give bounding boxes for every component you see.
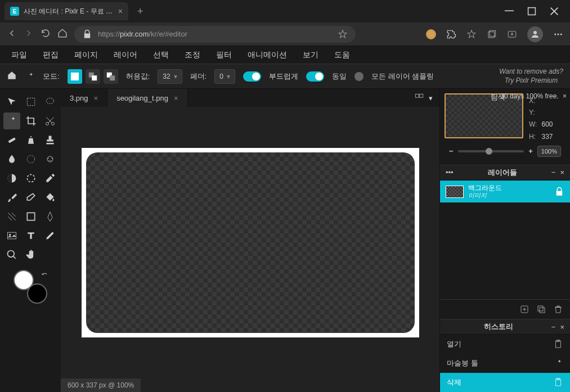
svg-point-30	[8, 251, 15, 258]
tool-sponge[interactable]	[23, 170, 39, 187]
menu-help[interactable]: 도움	[334, 50, 350, 60]
right-panels: 30 days 100% free. × 탐색 X: Y: W:600 H:33…	[439, 89, 570, 392]
tool-lasso[interactable]	[42, 93, 59, 110]
menu-select[interactable]: 선택	[153, 50, 169, 60]
tool-wand[interactable]	[3, 112, 20, 129]
tool-eraser[interactable]	[23, 189, 39, 206]
tool-cut[interactable]	[42, 112, 59, 129]
close-icon[interactable]: ×	[174, 94, 178, 102]
feather-input[interactable]: 0 ▾	[214, 69, 235, 84]
magic-wand-icon[interactable]	[25, 71, 35, 82]
layer-item[interactable]: 백그라운드 이미지	[440, 181, 570, 203]
tool-stamp[interactable]	[42, 132, 59, 148]
canvas-area[interactable]	[61, 107, 439, 379]
browser-tab[interactable]: E 사진 에디터 : Pixlr E - 무료 이미지 ×	[5, 2, 128, 20]
collections-icon[interactable]	[487, 29, 497, 39]
doc-tab-1[interactable]: 3.png ×	[61, 89, 107, 107]
tool-smudge[interactable]	[42, 151, 59, 168]
mode-add[interactable]	[86, 69, 100, 84]
tool-pen2[interactable]	[42, 227, 59, 244]
home-button[interactable]	[57, 28, 68, 40]
tool-hand[interactable]	[23, 246, 39, 263]
favorite-icon[interactable]	[338, 29, 348, 39]
tool-fill[interactable]	[42, 189, 59, 206]
zoom-out-button[interactable]: −	[449, 147, 454, 155]
extensions-icon[interactable]	[446, 29, 456, 39]
menu-layer[interactable]: 레이어	[114, 50, 137, 60]
close-window-button[interactable]	[550, 7, 559, 16]
minimize-panel-icon[interactable]: −	[551, 323, 556, 331]
close-icon[interactable]: ×	[94, 94, 98, 102]
menu-adjust[interactable]: 조정	[185, 50, 200, 60]
tool-eyedropper[interactable]	[42, 170, 59, 187]
menu-view[interactable]: 보기	[303, 50, 318, 60]
close-panel-icon[interactable]: ×	[560, 168, 564, 177]
tool-heal[interactable]	[3, 132, 20, 148]
menu-page[interactable]: 페이지	[74, 50, 98, 60]
trial-banner[interactable]: 30 days 100% free. ×	[500, 92, 567, 100]
tool-move[interactable]	[3, 93, 20, 110]
tool-crop[interactable]	[23, 112, 39, 129]
tool-pen[interactable]	[42, 208, 59, 225]
zoom-slider[interactable]	[458, 150, 524, 152]
canvas[interactable]	[82, 148, 419, 337]
home-icon[interactable]	[7, 70, 17, 82]
mode-new[interactable]	[68, 69, 82, 84]
profile-button[interactable]	[527, 26, 543, 42]
minimize-button[interactable]	[505, 7, 514, 16]
zoom-in-button[interactable]: +	[528, 147, 533, 155]
swap-colors-icon[interactable]: ⤺	[42, 270, 47, 278]
navigator-thumbnail[interactable]	[445, 93, 523, 138]
tool-frame[interactable]	[3, 227, 20, 244]
ads-banner[interactable]: Want to remove ads? Try Pixlr Premium	[499, 67, 563, 85]
favorites-bar-icon[interactable]	[466, 29, 477, 39]
mode-subtract[interactable]	[104, 69, 118, 84]
close-icon[interactable]: ×	[118, 7, 123, 16]
tool-zoom[interactable]	[3, 246, 20, 263]
history-item[interactable]: 삭제	[440, 373, 570, 392]
feather-label: 페더:	[190, 71, 207, 82]
reload-button[interactable]	[41, 28, 51, 40]
cookie-icon[interactable]	[426, 29, 436, 39]
foreground-color[interactable]	[14, 270, 34, 290]
close-icon[interactable]: ×	[563, 92, 567, 100]
same-toggle[interactable]	[306, 71, 324, 82]
back-button[interactable]	[7, 28, 17, 40]
url-input[interactable]: https://pixlr.com/kr/e/#editor	[74, 26, 356, 43]
tool-shape[interactable]	[23, 208, 39, 225]
tool-clone[interactable]	[23, 132, 39, 148]
minimize-panel-icon[interactable]: −	[551, 168, 556, 177]
menu-filter[interactable]: 필터	[216, 50, 232, 60]
tolerance-input[interactable]: 32 ▾	[158, 69, 182, 84]
panel-menu-icon[interactable]: •••	[446, 168, 454, 177]
tool-brush[interactable]	[3, 189, 20, 206]
menu-edit[interactable]: 편집	[43, 50, 59, 60]
history-item[interactable]: 마술봉 툴	[440, 354, 570, 373]
screenshot-icon[interactable]: A	[507, 29, 517, 39]
more-icon[interactable]	[553, 29, 563, 39]
delete-layer-icon[interactable]	[553, 304, 563, 314]
menu-animation[interactable]: 애니메이션	[248, 50, 287, 60]
tool-gradient[interactable]	[3, 208, 20, 225]
svg-rect-35	[540, 308, 545, 313]
forward-button[interactable]	[24, 28, 34, 40]
tool-text[interactable]	[23, 227, 39, 244]
all-layers-radio[interactable]	[354, 72, 363, 81]
tool-dodge[interactable]	[3, 170, 20, 187]
status-bar: 600 x 337 px @ 100%	[61, 379, 141, 392]
zoom-value[interactable]: 100%	[537, 146, 561, 157]
new-tab-button[interactable]: +	[133, 6, 148, 17]
menu-file[interactable]: 파일	[11, 50, 27, 60]
tool-marquee[interactable]	[23, 93, 39, 110]
smooth-toggle[interactable]	[243, 71, 261, 82]
tool-blur[interactable]	[3, 151, 20, 168]
maximize-button[interactable]	[527, 7, 536, 16]
close-panel-icon[interactable]: ×	[560, 323, 564, 331]
doc-tab-2[interactable]: seogilang_t.png ×	[107, 89, 187, 107]
duplicate-layer-icon[interactable]	[536, 304, 546, 314]
tool-sharpen[interactable]	[23, 151, 39, 168]
lock-icon[interactable]	[554, 187, 564, 197]
history-item[interactable]: 열기	[440, 335, 570, 354]
layout-button[interactable]: ▾	[407, 89, 439, 107]
add-layer-icon[interactable]	[519, 304, 529, 314]
